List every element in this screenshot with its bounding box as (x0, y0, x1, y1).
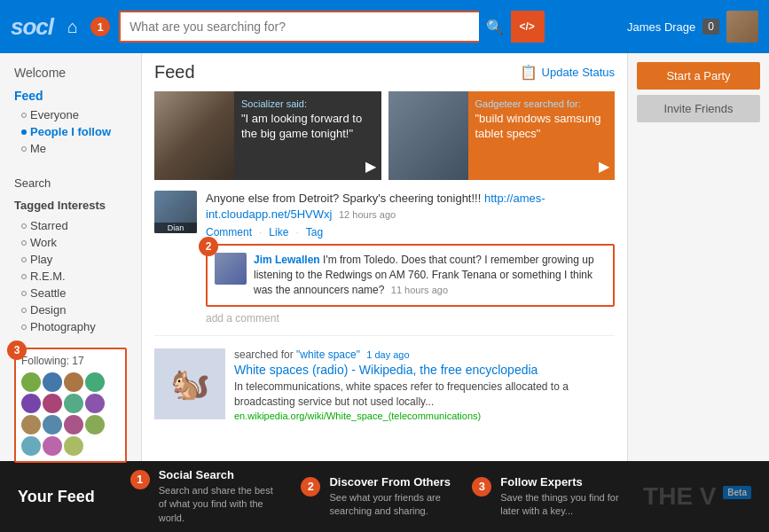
follower-avatar[interactable] (43, 436, 62, 456)
sidebar-rem[interactable]: R.E.M. (14, 268, 127, 285)
search-image: 🐿️ (154, 348, 225, 419)
bottom-feature-3: 3 Follow Experts Save the things you fin… (463, 475, 634, 519)
follower-avatar[interactable] (21, 436, 41, 456)
feed-header: Feed 📋 Update Status (154, 62, 615, 82)
follower-avatar[interactable] (43, 415, 62, 434)
post-content-1: Anyone else from Detroit? Sparky's cheer… (206, 191, 615, 325)
sidebar-design[interactable]: Design (14, 301, 127, 318)
feature-desc-3: Save the things you find for later with … (500, 491, 625, 519)
avatar-name-1: Dian (154, 223, 197, 233)
circle-rem (21, 274, 27, 279)
search-content: searched for "white space" 1 day ago Whi… (234, 348, 615, 422)
reply-box: 2 Jim Lewallen I'm from Toledo. Does tha… (206, 244, 615, 306)
follower-avatar[interactable] (64, 394, 83, 413)
sidebar-photography[interactable]: Photography (14, 318, 127, 335)
sidebar-starred[interactable]: Starred (14, 217, 127, 234)
circle-starred (21, 223, 27, 229)
bottom-bar: Your Feed 1 Social Search Search and sha… (0, 461, 769, 532)
sidebar-seattle[interactable]: Seattle (14, 285, 127, 301)
search-title[interactable]: White spaces (radio) - Wikipedia, the fr… (234, 363, 615, 377)
feature-desc-1: Search and share the best of what you fi… (159, 484, 284, 525)
step-badge-1: 1 (90, 17, 110, 36)
search-desc: In telecommunications, white spaces refe… (234, 379, 615, 410)
story-quote-2: "build windows samsung tablet specs" (475, 112, 608, 142)
feed-post-1: Dian Anyone else from Detroit? Sparky's … (154, 191, 615, 336)
post-actions-1: Comment · Like · Tag (206, 226, 615, 239)
following-badge: 3 (7, 340, 27, 360)
follower-avatar[interactable] (21, 415, 41, 434)
logo-cl: cl (35, 13, 53, 40)
feature-desc-2: See what your friends are searching and … (329, 491, 454, 519)
sidebar-feed[interactable]: Feed (14, 89, 127, 103)
story-image-1 (154, 91, 234, 180)
circle-design (21, 308, 27, 313)
circle-play (21, 257, 27, 262)
story-arrow-1: ▶ (365, 158, 376, 175)
post-avatar-1: Dian (154, 191, 197, 233)
circle-work (21, 240, 27, 246)
start-party-button[interactable]: Start a Party (637, 62, 760, 90)
tagged-interests-label: Tagged Interests (14, 199, 127, 212)
feed-area: Feed 📋 Update Status Socializer said: "I… (142, 53, 627, 461)
story-card-1[interactable]: Socializer said: "I am looking forward t… (154, 91, 381, 180)
add-comment[interactable]: add a comment (206, 312, 615, 325)
search-url[interactable]: en.wikipedia.org/wiki/White_space_(telec… (234, 411, 615, 421)
follower-avatar[interactable] (85, 372, 105, 392)
right-panel: Start a Party Invite Friends (627, 53, 769, 461)
story-text-2: Gadgeteer searched for: "build windows s… (468, 91, 616, 180)
reply-author: Jim Lewallen (254, 254, 320, 266)
story-row: Socializer said: "I am looking forward t… (154, 91, 615, 180)
circle-icon (21, 113, 27, 118)
main-layout: Welcome Feed Everyone People I follow Me… (0, 53, 769, 461)
follower-avatar[interactable] (85, 394, 105, 413)
top-nav: socl ⌂ 1 🔍 </> James Drage 0 (0, 0, 769, 53)
user-name: James Drage (627, 20, 695, 34)
following-label: Following: 17 (21, 355, 120, 367)
update-icon: 📋 (520, 64, 538, 81)
bing-button[interactable]: </> (511, 11, 543, 43)
follower-avatar[interactable] (21, 372, 41, 392)
circle-seattle (21, 291, 27, 296)
reply-text: Jim Lewallen I'm from Toledo. Does that … (254, 253, 606, 297)
bottom-feature-2: 2 Discover From Others See what your fri… (292, 475, 463, 519)
beta-badge: Beta (723, 486, 751, 499)
like-action[interactable]: Like (269, 226, 288, 239)
follower-avatar[interactable] (43, 372, 62, 392)
story-arrow-2: ▶ (599, 158, 609, 175)
tag-action[interactable]: Tag (306, 226, 323, 239)
story-user-2: Gadgeteer searched for: (475, 98, 608, 109)
circle-photography (21, 325, 27, 330)
search-bar: 🔍 </> (119, 11, 545, 43)
search-post: 🐿️ searched for "white space" 1 day ago … (154, 348, 615, 431)
sidebar: Welcome Feed Everyone People I follow Me… (0, 53, 142, 461)
follower-avatar[interactable] (21, 394, 41, 413)
feature-badge-2: 2 (301, 477, 320, 497)
sidebar-work[interactable]: Work (14, 234, 127, 251)
follower-avatar[interactable] (64, 436, 83, 456)
follower-avatar[interactable] (43, 394, 62, 413)
bottom-title: Your Feed (18, 488, 95, 506)
sidebar-people-follow[interactable]: People I follow (14, 123, 127, 140)
sidebar-play[interactable]: Play (14, 251, 127, 268)
circle-icon-me (21, 146, 27, 152)
sidebar-welcome: Welcome (14, 66, 127, 80)
search-button[interactable]: 🔍 (479, 11, 511, 43)
home-icon[interactable]: ⌂ (67, 17, 78, 37)
sidebar-me[interactable]: Me (14, 140, 127, 157)
invite-friends-button[interactable]: Invite Friends (637, 95, 760, 122)
bottom-logo: THE V Beta (643, 482, 751, 511)
story-text-1: Socializer said: "I am looking forward t… (234, 91, 381, 180)
follower-avatar[interactable] (64, 372, 83, 392)
feature-title-2: Discover From Others (329, 475, 454, 489)
sidebar-everyone[interactable]: Everyone (14, 106, 127, 123)
sidebar-search-label: Search (14, 176, 127, 190)
update-status-btn[interactable]: 📋 Update Status (520, 64, 615, 81)
nav-avatar[interactable] (726, 11, 758, 43)
search-input[interactable] (121, 20, 479, 34)
notif-badge[interactable]: 0 (702, 19, 719, 35)
feature-title-1: Social Search (159, 468, 284, 481)
following-section: 3 Following: 17 (14, 348, 127, 463)
follower-avatar[interactable] (64, 415, 83, 434)
follower-avatar[interactable] (85, 415, 105, 434)
story-card-2[interactable]: Gadgeteer searched for: "build windows s… (388, 91, 616, 180)
